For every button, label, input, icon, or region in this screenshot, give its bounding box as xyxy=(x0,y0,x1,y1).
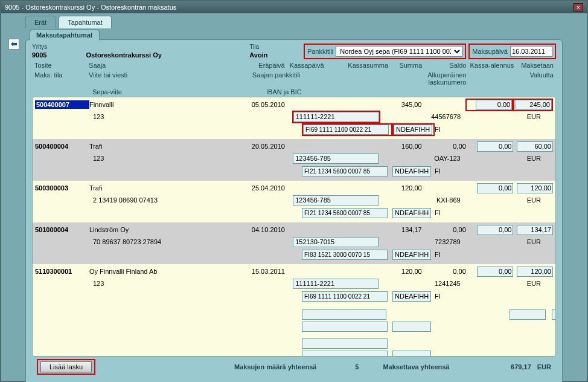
tabs: Erät Tapahtumat xyxy=(1,13,587,28)
cell-valuutta: EUR xyxy=(478,113,553,120)
input-maksetaan[interactable] xyxy=(517,141,553,152)
cell-saldo: 0,00 xyxy=(422,226,466,233)
cell-maksetaan xyxy=(513,267,553,277)
table-row[interactable]: 5110300001Oy Finnvalli Finland Ab15.03.2… xyxy=(33,264,555,306)
app-window: 9005 - Ostoreskontrakurssi Oy - Ostoresk… xyxy=(0,0,588,382)
table-row-empty xyxy=(33,306,555,335)
cell-maksetaan xyxy=(513,225,553,235)
input-kassa-alennus[interactable] xyxy=(477,225,513,235)
input-bic[interactable] xyxy=(392,291,431,302)
input-iban[interactable] xyxy=(302,208,388,218)
input-iban[interactable] xyxy=(302,291,388,302)
select-pankkitili[interactable]: Nordea Oyj sepa (FI69 1111 1100 002... xyxy=(336,46,462,57)
cell-saaja: Trafi xyxy=(89,143,248,150)
cell-acct xyxy=(293,154,380,164)
col-kassa-alennus: Kassa-alennus xyxy=(466,62,514,69)
col-erapaiva: Eräpäivä xyxy=(248,62,285,69)
input-acct[interactable] xyxy=(293,237,379,247)
input-maksetaan[interactable] xyxy=(516,100,552,110)
lisaa-lasku-button[interactable]: Lisää lasku xyxy=(40,361,92,372)
val-yritys-code: 9005 xyxy=(32,51,81,59)
table-row[interactable]: 500300003Trafi25.04.2010120,002 13419 08… xyxy=(33,181,555,222)
cell-acct xyxy=(292,111,380,123)
input-kassa-alennus[interactable] xyxy=(510,309,546,320)
input-acct[interactable] xyxy=(293,154,379,164)
table-row[interactable]: 500400004Trafi20.05.2010160,000,00123OAY… xyxy=(33,139,555,181)
cell-acct xyxy=(293,237,380,247)
input-iban[interactable] xyxy=(303,125,389,135)
cell-kassa-alennus xyxy=(465,99,513,111)
col-summa: Summa xyxy=(388,62,422,69)
panel-maksutapahtumat: Maksutapahtumat Yritys 9005 Ostoreskontr… xyxy=(25,39,563,382)
input-maksetaan[interactable] xyxy=(517,225,553,235)
input-iban[interactable] xyxy=(302,250,388,260)
cell-erapaiva: 20.05.2010 xyxy=(248,143,285,150)
tab-erat[interactable]: Erät xyxy=(25,16,56,28)
cell-summa: 120,00 xyxy=(337,184,421,192)
input-acct[interactable] xyxy=(293,195,379,206)
col-iban-bic: IBAN ja BIC xyxy=(261,88,357,96)
table-row[interactable]: 500400007Finnvalli05.05.2010345,00123445… xyxy=(33,97,555,139)
tab-tapahtumat[interactable]: Tapahtumat xyxy=(59,16,111,28)
table-row[interactable]: 501000004Lindström Oy04.10.2010134,170,0… xyxy=(33,222,555,264)
window-title: 9005 - Ostoreskontrakurssi Oy - Ostoresk… xyxy=(5,4,176,11)
input-kassa-alennus[interactable] xyxy=(476,100,512,110)
cell-bic xyxy=(392,166,435,176)
input-kassa-alennus[interactable] xyxy=(477,141,513,152)
cell-maksetaan xyxy=(513,99,553,111)
close-icon[interactable]: × xyxy=(574,3,583,11)
cell-saaja: Lindström Oy xyxy=(89,226,248,233)
column-headers-2: Maks. tila Viite tai viesti Saajan pankk… xyxy=(32,71,556,86)
col-sepa-viite: Sepa-viite xyxy=(92,88,261,96)
col-kassasumma: Kassasumma xyxy=(337,62,388,69)
input-acct[interactable] xyxy=(302,309,386,320)
cell-saaja: Finnvalli xyxy=(89,101,248,108)
val-cur: EUR xyxy=(537,363,551,371)
input-iban[interactable] xyxy=(302,166,388,176)
cell-viite: 123 xyxy=(35,155,255,162)
val-yritys-name: Ostoreskontrakurssi Oy xyxy=(86,51,245,59)
input-maksetaan[interactable] xyxy=(517,267,553,277)
cell-bic xyxy=(392,250,435,260)
input-acct[interactable] xyxy=(302,338,388,349)
input-bic[interactable] xyxy=(392,166,431,176)
val-tila: Avoin xyxy=(249,51,299,59)
input-bic[interactable] xyxy=(392,351,431,357)
input-acct[interactable] xyxy=(293,112,379,122)
cell-fi: FI xyxy=(435,209,447,216)
input-maksetaan[interactable] xyxy=(552,309,556,320)
cell-summa: 160,00 xyxy=(337,143,421,150)
data-grid[interactable]: 500400007Finnvalli05.05.2010345,00123445… xyxy=(32,97,556,357)
input-acct[interactable] xyxy=(293,279,379,289)
col-maks-tila: Maks. tila xyxy=(34,71,89,86)
cell-laskunumero: 44567678 xyxy=(380,113,478,120)
cell-viite: 70 89637 80723 27894 xyxy=(35,238,255,245)
cell-bic xyxy=(392,123,435,136)
input-kassa-alennus[interactable] xyxy=(477,183,513,193)
cell-kassa-alennus xyxy=(466,267,514,277)
input-iban[interactable] xyxy=(302,351,388,357)
cell-viite: 123 xyxy=(35,113,254,120)
cell-maksetaan xyxy=(513,183,553,193)
cell-saaja: Trafi xyxy=(89,184,248,192)
input-bic[interactable] xyxy=(392,250,431,260)
cell-iban xyxy=(302,250,392,260)
back-button[interactable] xyxy=(8,39,19,50)
input-bic[interactable] xyxy=(392,322,431,332)
cell-summa: 345,00 xyxy=(337,101,421,108)
col-tosite: Tosite xyxy=(34,62,89,69)
cell-laskunumero: KXI-869 xyxy=(380,196,478,204)
col-saaja: Saaja xyxy=(89,62,248,69)
col-saldo: Saldo xyxy=(422,62,466,69)
cell-summa: 120,00 xyxy=(337,268,421,275)
input-maksetaan[interactable] xyxy=(517,183,553,193)
input-kassa-alennus[interactable] xyxy=(477,267,513,277)
highlight-pankkitili: Pankkitili Nordea Oyj sepa (FI69 1111 11… xyxy=(304,44,466,59)
input-iban[interactable] xyxy=(302,322,388,332)
input-bic[interactable] xyxy=(392,208,431,218)
cell-bic xyxy=(392,291,435,302)
input-maksupaiva[interactable] xyxy=(510,46,552,57)
input-bic[interactable] xyxy=(394,125,432,135)
back-arrow-icon xyxy=(10,41,18,47)
cell-saaja: Oy Finnvalli Finland Ab xyxy=(89,268,248,275)
